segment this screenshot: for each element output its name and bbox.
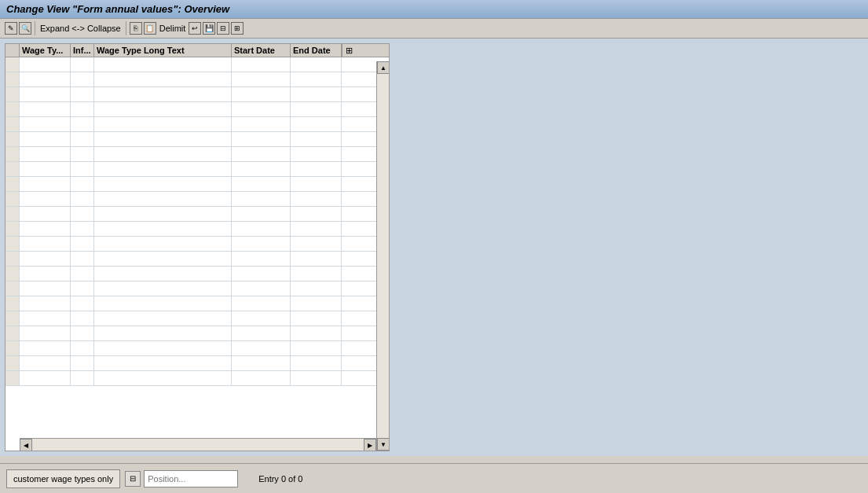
row-selector[interactable] <box>5 102 20 116</box>
row-selector[interactable] <box>5 57 20 72</box>
wage-type-cell <box>20 147 71 161</box>
row-selector[interactable] <box>5 267 20 281</box>
undo-icon[interactable]: ↩ <box>189 22 201 35</box>
col-wage-type-header[interactable]: Wage Ty... <box>20 44 71 57</box>
table-row[interactable] <box>5 341 389 356</box>
inf-cell <box>71 102 94 116</box>
wage-type-cell <box>20 311 71 326</box>
table-row[interactable] <box>5 132 389 147</box>
long-text-cell <box>94 222 232 236</box>
row-selector[interactable] <box>5 341 20 355</box>
long-text-cell <box>94 326 232 340</box>
col-end-date-header[interactable]: End Date <box>291 44 342 57</box>
position-input[interactable] <box>144 470 238 487</box>
row-selector[interactable] <box>5 371 20 385</box>
col-long-text-header[interactable]: Wage Type Long Text <box>94 44 232 57</box>
delimit-btn[interactable]: Delimit <box>158 23 188 34</box>
scroll-up-btn[interactable]: ▲ <box>377 61 390 74</box>
table-row[interactable] <box>5 311 389 326</box>
copy-icon[interactable]: ⎘ <box>130 22 142 35</box>
wage-type-cell <box>20 267 71 281</box>
table-row[interactable] <box>5 192 389 207</box>
table-icon[interactable]: ⊟ <box>217 22 229 35</box>
row-selector[interactable] <box>5 72 20 86</box>
grid-icon[interactable]: ⊞ <box>231 22 244 35</box>
table-row[interactable] <box>5 162 389 177</box>
row-selector[interactable] <box>5 162 20 176</box>
paste-icon[interactable]: 📋 <box>144 22 156 35</box>
table-row[interactable] <box>5 87 389 102</box>
row-selector[interactable] <box>5 296 20 311</box>
table-row[interactable] <box>5 147 389 162</box>
end-date-cell <box>291 267 342 281</box>
start-date-cell <box>232 341 291 355</box>
table-row[interactable] <box>5 177 389 192</box>
start-date-cell <box>232 87 291 101</box>
table-row[interactable] <box>5 326 389 341</box>
vertical-scrollbar[interactable]: ▲ ▼ <box>376 61 389 451</box>
long-text-cell <box>94 162 232 176</box>
col-settings-icon[interactable]: ⊞ <box>342 44 356 57</box>
h-scroll-track <box>32 439 364 451</box>
row-selector[interactable] <box>5 252 20 266</box>
start-date-cell <box>232 207 291 221</box>
end-date-cell <box>291 222 342 236</box>
col-start-date-header[interactable]: Start Date <box>232 44 291 57</box>
table-row[interactable] <box>5 237 389 252</box>
toolbar: ✎ 🔍 Expand <-> Collapse ⎘ 📋 Delimit ↩ 💾 … <box>0 19 868 39</box>
table-row[interactable] <box>5 296 389 311</box>
row-selector[interactable] <box>5 147 20 161</box>
table-row[interactable] <box>5 207 389 222</box>
horizontal-scrollbar[interactable]: ◀ ▶ <box>20 438 376 451</box>
long-text-cell <box>94 281 232 296</box>
table-row[interactable] <box>5 267 389 281</box>
end-date-cell <box>291 311 342 326</box>
row-selector[interactable] <box>5 311 20 326</box>
scroll-right-btn[interactable]: ▶ <box>364 439 376 451</box>
customer-wage-types-btn[interactable]: customer wage types only <box>6 469 120 488</box>
scroll-left-btn[interactable]: ◀ <box>20 439 32 451</box>
row-selector[interactable] <box>5 237 20 251</box>
table-row[interactable] <box>5 117 389 132</box>
scroll-track <box>377 74 389 438</box>
row-selector[interactable] <box>5 207 20 221</box>
table-row[interactable] <box>5 222 389 237</box>
save-icon[interactable]: 💾 <box>203 22 215 35</box>
row-selector[interactable] <box>5 222 20 236</box>
table-row[interactable] <box>5 57 389 72</box>
table-row[interactable] <box>5 371 389 386</box>
start-date-cell <box>232 192 291 206</box>
inf-cell <box>71 296 94 311</box>
table-row[interactable] <box>5 102 389 117</box>
row-selector[interactable] <box>5 132 20 146</box>
inf-cell <box>71 281 94 296</box>
wage-type-cell <box>20 132 71 146</box>
row-selector[interactable] <box>5 87 20 101</box>
start-date-cell <box>232 371 291 385</box>
row-selector[interactable] <box>5 326 20 340</box>
inf-cell <box>71 267 94 281</box>
scroll-down-btn[interactable]: ▼ <box>377 438 390 451</box>
long-text-cell <box>94 252 232 266</box>
long-text-cell <box>94 237 232 251</box>
end-date-cell <box>291 281 342 296</box>
wage-type-cell <box>20 356 71 370</box>
long-text-cell <box>94 267 232 281</box>
table-row[interactable] <box>5 252 389 267</box>
end-date-cell <box>291 87 342 101</box>
row-selector[interactable] <box>5 177 20 191</box>
row-selector[interactable] <box>5 192 20 206</box>
row-selector[interactable] <box>5 281 20 296</box>
table-row[interactable] <box>5 281 389 296</box>
start-date-cell <box>232 267 291 281</box>
row-selector[interactable] <box>5 117 20 131</box>
row-selector[interactable] <box>5 356 20 370</box>
expand-collapse-btn[interactable]: Expand <-> Collapse <box>38 23 123 34</box>
table-row[interactable] <box>5 72 389 87</box>
search-icon[interactable]: 🔍 <box>19 22 31 35</box>
long-text-cell <box>94 57 232 72</box>
pen-icon[interactable]: ✎ <box>5 22 17 35</box>
table-row[interactable] <box>5 356 389 371</box>
start-date-cell <box>232 177 291 191</box>
col-inf-header[interactable]: Inf... <box>71 44 94 57</box>
